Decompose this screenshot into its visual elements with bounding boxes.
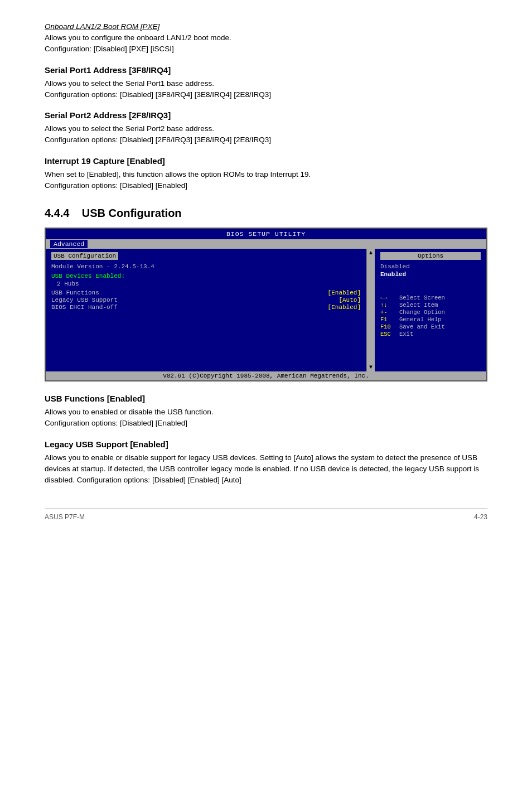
- bios-row-legacy-usb[interactable]: Legacy USB Support [Auto]: [51, 297, 361, 303]
- interrupt-body: When set to [Enabled], this function all…: [45, 169, 487, 192]
- bios-help-change-option: +- Change Option: [380, 309, 481, 316]
- bios-help-save: F10 Save and Exit: [380, 323, 481, 330]
- bios-side-panel: Options Disabled Enabled ←→ Select Scree…: [375, 249, 486, 371]
- bios-value-legacy-usb: [Auto]: [338, 297, 361, 303]
- bios-screen: BIOS SETUP UTILITY Advanced USB Configur…: [45, 228, 487, 381]
- bios-footer: v02.61 (C)Copyright 1985-2008, American …: [46, 371, 486, 380]
- page-content: Onboard LAN1/2 Boot ROM [PXE] Allows you…: [45, 22, 487, 521]
- scroll-down-arrow[interactable]: ▼: [369, 364, 373, 370]
- interrupt-heading: Interrupt 19 Capture [Enabled]: [45, 156, 487, 166]
- help-key-arrows: ←→: [380, 294, 396, 301]
- footer-left: ASUS P7F-M: [45, 513, 85, 521]
- help-label-general: General Help: [399, 316, 442, 323]
- footer-divider: [45, 508, 487, 509]
- bios-value-ehci: [Enabled]: [328, 304, 361, 311]
- serial2-body: Allows you to select the Serial Port2 ba…: [45, 123, 487, 146]
- bios-module-version: Module Version - 2.24.5-13.4: [51, 263, 361, 270]
- bios-menu-bar: Advanced: [46, 239, 486, 249]
- help-key-f1: F1: [380, 316, 396, 323]
- legacy-usb-body: Allows you to enable or disable support …: [45, 452, 487, 486]
- bios-option-disabled[interactable]: Disabled: [380, 263, 481, 270]
- help-key-f10: F10: [380, 323, 396, 330]
- footer-right: 4-23: [474, 513, 487, 521]
- bios-value-usb-functions: [Enabled]: [328, 289, 361, 296]
- bios-label-usb-functions: USB Functions: [51, 289, 99, 296]
- help-label-save: Save and Exit: [399, 323, 445, 330]
- bios-title-bar: BIOS SETUP UTILITY: [46, 229, 486, 239]
- bios-row-usb-functions[interactable]: USB Functions [Enabled]: [51, 289, 361, 296]
- bios-main-panel: USB Configuration Module Version - 2.24.…: [46, 249, 367, 371]
- bios-help-select-screen: ←→ Select Screen: [380, 294, 481, 301]
- bios-devices-label: USB Devices Enabled:: [51, 273, 361, 279]
- bios-devices-value: 2 Hubs: [51, 281, 361, 287]
- usb-functions-section: USB Functions [Enabled] Allows you to en…: [45, 394, 487, 429]
- bios-option-enabled[interactable]: Enabled: [380, 271, 481, 278]
- bios-label-ehci: BIOS EHCI Hand-off: [51, 304, 118, 311]
- help-label-select-screen: Select Screen: [399, 294, 445, 301]
- usb-functions-body: Allows you to enabled or disable the USB…: [45, 407, 487, 429]
- help-label-select-item: Select Item: [399, 302, 438, 308]
- help-key-plusminus: +-: [380, 309, 396, 316]
- intro-section: Onboard LAN1/2 Boot ROM [PXE] Allows you…: [45, 22, 487, 55]
- bios-label-legacy-usb: Legacy USB Support: [51, 297, 118, 303]
- serial1-heading: Serial Port1 Address [3F8/IRQ4]: [45, 65, 487, 75]
- bios-help-general: F1 General Help: [380, 316, 481, 323]
- bios-active-menu[interactable]: Advanced: [50, 240, 88, 248]
- bios-row-ehci[interactable]: BIOS EHCI Hand-off [Enabled]: [51, 304, 361, 311]
- bios-help-exit: ESC Exit: [380, 331, 481, 337]
- usb-functions-heading: USB Functions [Enabled]: [45, 394, 487, 403]
- scroll-up-arrow[interactable]: ▲: [369, 250, 373, 256]
- bios-main-title: USB Configuration: [51, 252, 118, 260]
- help-key-updown: ↑↓: [380, 302, 396, 308]
- bios-help-section: ←→ Select Screen ↑↓ Select Item +- Chang…: [380, 294, 481, 337]
- bios-help-select-item: ↑↓ Select Item: [380, 302, 481, 308]
- legacy-usb-section: Legacy USB Support [Enabled] Allows you …: [45, 439, 487, 486]
- bios-scrollbar[interactable]: ▲ ▼: [367, 249, 375, 371]
- help-label-exit: Exit: [399, 331, 413, 337]
- intro-description: Allows you to configure the onboard LAN1…: [45, 32, 487, 44]
- help-label-change-option: Change Option: [399, 309, 445, 316]
- page-footer: ASUS P7F-M 4-23: [45, 513, 487, 521]
- serial2-heading: Serial Port2 Address [2F8/IRQ3]: [45, 110, 487, 120]
- help-key-esc: ESC: [380, 331, 396, 337]
- intro-config: Configuration: [Disabled] [PXE] [iSCSI]: [45, 44, 487, 55]
- serial2-section: Serial Port2 Address [2F8/IRQ3] Allows y…: [45, 110, 487, 146]
- bios-body-wrapper: USB Configuration Module Version - 2.24.…: [46, 249, 486, 371]
- serial1-section: Serial Port1 Address [3F8/IRQ4] Allows y…: [45, 65, 487, 101]
- serial1-body: Allows you to select the Serial Port1 ba…: [45, 78, 487, 101]
- intro-title: Onboard LAN1/2 Boot ROM [PXE]: [45, 22, 487, 31]
- bios-options-title: Options: [380, 252, 481, 260]
- chapter-heading: 4.4.4 USB Configuration: [45, 207, 487, 220]
- interrupt-section: Interrupt 19 Capture [Enabled] When set …: [45, 156, 487, 192]
- legacy-usb-heading: Legacy USB Support [Enabled]: [45, 439, 487, 449]
